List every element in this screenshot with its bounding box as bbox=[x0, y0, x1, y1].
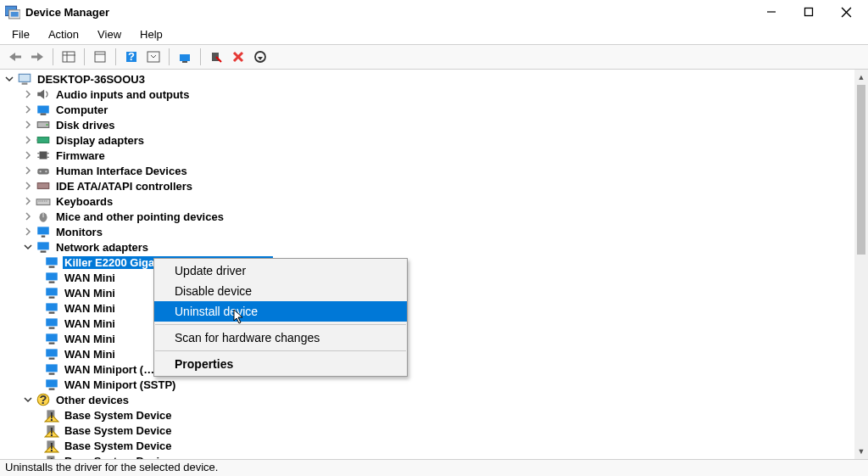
chevron-right-icon[interactable] bbox=[22, 149, 34, 161]
category-keyboards[interactable]: Keyboards bbox=[0, 193, 854, 209]
category-disk[interactable]: Disk drives bbox=[0, 117, 854, 132]
monitor-icon bbox=[36, 225, 51, 238]
category-firmware[interactable]: Firmware bbox=[0, 148, 854, 163]
device-base-system[interactable]: ! Base System Device bbox=[0, 438, 854, 453]
device-killer-ethernet[interactable]: Killer E2200 Gigabit Ethernet Controller bbox=[0, 255, 854, 270]
device-label: Base System Device bbox=[63, 424, 173, 437]
properties-button[interactable] bbox=[90, 47, 110, 67]
category-hid[interactable]: Human Interface Devices bbox=[0, 163, 854, 178]
chevron-right-icon[interactable] bbox=[22, 165, 34, 176]
chevron-right-icon[interactable] bbox=[22, 104, 34, 115]
device-wan-miniport[interactable]: WAN Mini bbox=[0, 300, 854, 316]
category-display[interactable]: Display adapters bbox=[0, 132, 854, 148]
category-mice[interactable]: Mice and other pointing devices bbox=[0, 209, 854, 224]
menu-action[interactable]: Action bbox=[40, 26, 87, 42]
chevron-right-icon[interactable] bbox=[22, 226, 34, 238]
svg-rect-58 bbox=[49, 328, 55, 329]
context-uninstall-device[interactable]: Uninstall device bbox=[154, 301, 407, 322]
tree-root[interactable]: DESKTOP-36SOOU3 bbox=[0, 71, 854, 87]
svg-rect-27 bbox=[41, 114, 47, 115]
chevron-right-icon[interactable] bbox=[22, 195, 34, 207]
device-wan-miniport[interactable]: WAN Mini bbox=[0, 270, 854, 285]
context-disable-device[interactable]: Disable device bbox=[154, 281, 407, 301]
chevron-down-icon[interactable] bbox=[22, 241, 34, 253]
category-monitors[interactable]: Monitors bbox=[0, 224, 854, 239]
svg-rect-54 bbox=[49, 297, 55, 299]
svg-rect-63 bbox=[46, 364, 58, 372]
device-wan-miniport[interactable]: WAN Miniport (…) bbox=[0, 361, 854, 377]
svg-rect-32 bbox=[40, 152, 47, 160]
action-options-button[interactable] bbox=[143, 47, 164, 67]
chevron-right-icon[interactable] bbox=[22, 88, 34, 100]
device-label: WAN Mini bbox=[63, 333, 117, 345]
svg-rect-56 bbox=[49, 312, 55, 314]
svg-rect-25 bbox=[22, 83, 28, 85]
category-label: Audio inputs and outputs bbox=[54, 88, 191, 101]
chevron-right-icon[interactable] bbox=[22, 210, 34, 222]
chevron-right-icon[interactable] bbox=[22, 180, 34, 192]
warning-device-icon: ! bbox=[44, 423, 59, 437]
chevron-down-icon[interactable] bbox=[22, 394, 34, 406]
scrollbar-thumb[interactable] bbox=[857, 85, 865, 255]
context-properties[interactable]: Properties bbox=[154, 354, 407, 374]
device-wan-miniport[interactable]: WAN Mini bbox=[0, 316, 854, 331]
category-other[interactable]: ? Other devices bbox=[0, 392, 854, 407]
mouse-icon bbox=[36, 210, 51, 223]
svg-text:?: ? bbox=[128, 50, 135, 63]
category-label: Keyboards bbox=[54, 195, 114, 208]
device-label: WAN Mini bbox=[63, 317, 117, 330]
svg-rect-12 bbox=[95, 52, 105, 62]
menu-file[interactable]: File bbox=[3, 26, 38, 42]
device-base-system[interactable]: ! Base System Device bbox=[0, 453, 854, 459]
minimize-button[interactable] bbox=[753, 0, 790, 24]
category-audio[interactable]: Audio inputs and outputs bbox=[0, 87, 854, 102]
nav-back-button[interactable] bbox=[5, 47, 25, 67]
network-adapter-icon bbox=[44, 347, 59, 361]
scroll-up-button[interactable]: ▲ bbox=[854, 70, 868, 85]
category-label: Other devices bbox=[54, 394, 131, 406]
menu-view[interactable]: View bbox=[89, 26, 130, 42]
status-text: Uninstalls the driver for the selected d… bbox=[5, 461, 218, 473]
chevron-right-icon[interactable] bbox=[22, 134, 34, 146]
device-label: WAN Mini bbox=[63, 348, 117, 361]
vertical-scrollbar[interactable]: ▲ ▼ bbox=[854, 70, 868, 459]
close-button[interactable] bbox=[827, 0, 865, 24]
context-scan-hardware[interactable]: Scan for hardware changes bbox=[154, 328, 407, 348]
scroll-down-button[interactable]: ▼ bbox=[854, 444, 868, 459]
maximize-button[interactable] bbox=[790, 0, 827, 24]
device-base-system[interactable]: ! Base System Device bbox=[0, 407, 854, 423]
device-label: Base System Device bbox=[63, 409, 173, 422]
ide-icon bbox=[36, 179, 51, 193]
svg-rect-66 bbox=[49, 389, 55, 390]
chevron-right-icon[interactable] bbox=[22, 119, 34, 131]
svg-text:!: ! bbox=[50, 456, 54, 459]
category-computer[interactable]: Computer bbox=[0, 102, 854, 117]
svg-rect-50 bbox=[49, 266, 55, 268]
help-button[interactable]: ? bbox=[121, 47, 142, 67]
update-driver-button[interactable] bbox=[175, 47, 195, 67]
unknown-device-icon: ? bbox=[36, 393, 51, 406]
scan-hardware-button[interactable] bbox=[250, 47, 270, 67]
network-adapter-icon bbox=[44, 286, 59, 300]
svg-text:!: ! bbox=[50, 410, 54, 423]
nav-forward-button[interactable] bbox=[27, 47, 47, 67]
device-base-system[interactable]: ! Base System Device bbox=[0, 423, 854, 438]
category-ide[interactable]: IDE ATA/ATAPI controllers bbox=[0, 178, 854, 193]
show-hide-tree-button[interactable] bbox=[58, 47, 79, 67]
device-tree[interactable]: DESKTOP-36SOOU3 Audio inputs and outputs… bbox=[0, 70, 854, 459]
menu-help[interactable]: Help bbox=[131, 26, 171, 42]
device-wan-miniport[interactable]: WAN Mini bbox=[0, 331, 854, 346]
chevron-down-icon[interactable] bbox=[3, 73, 15, 85]
disable-device-button[interactable] bbox=[206, 47, 226, 67]
device-wan-miniport[interactable]: WAN Mini bbox=[0, 346, 854, 361]
uninstall-device-button[interactable] bbox=[228, 47, 248, 67]
scrollbar-track[interactable] bbox=[854, 255, 868, 444]
svg-rect-51 bbox=[46, 272, 58, 280]
device-label: WAN Mini bbox=[63, 302, 117, 315]
svg-rect-26 bbox=[37, 106, 49, 114]
menu-bar: File Action View Help bbox=[0, 24, 868, 44]
context-update-driver[interactable]: Update driver bbox=[154, 260, 407, 281]
device-wan-miniport[interactable]: WAN Mini bbox=[0, 285, 854, 300]
device-wan-miniport-sstp[interactable]: WAN Miniport (SSTP) bbox=[0, 377, 854, 392]
category-network[interactable]: Network adapters bbox=[0, 239, 854, 255]
